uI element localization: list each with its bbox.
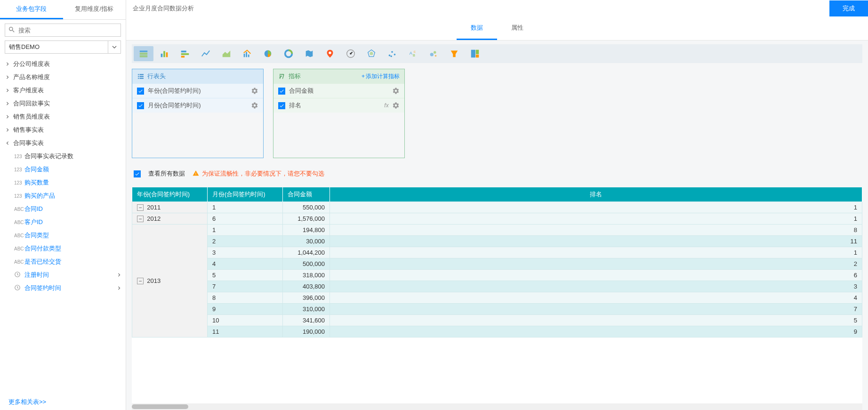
gear-icon[interactable] (392, 102, 400, 109)
geo-point-icon[interactable] (320, 46, 340, 61)
search-input[interactable] (18, 27, 118, 34)
row-header-config: 行表头 年份(合同签约时间)月份(合同签约时间) (132, 69, 264, 158)
row-header-title: 行表头 (147, 72, 166, 80)
bubble-icon[interactable] (424, 46, 443, 61)
field-tree: 分公司维度表产品名称维度客户维度表合同回款事实销售员维度表销售事实表合同事实表1… (0, 57, 126, 394)
tree-field[interactable]: ABC合同ID (0, 202, 126, 216)
month-cell: 5 (208, 270, 283, 281)
table-header[interactable]: 合同金额 (283, 187, 330, 202)
amount-cell: 403,800 (283, 281, 330, 292)
more-tables-link[interactable]: 更多相关表>> (0, 394, 126, 410)
tree-node[interactable]: 分公司维度表 (0, 57, 126, 71)
measure-item[interactable]: 合同金额 (273, 83, 404, 98)
tree-node[interactable]: 合同回款事实 (0, 97, 126, 110)
svg-rect-38 (139, 78, 144, 79)
treemap-icon[interactable] (465, 46, 485, 61)
done-button[interactable]: 完成 (829, 0, 868, 16)
funnel-icon[interactable] (444, 46, 464, 61)
collapse-icon[interactable]: − (137, 204, 144, 211)
measure-item-label: 排名 (289, 101, 381, 110)
donut-chart-icon[interactable] (279, 46, 298, 61)
tree-field[interactable]: 123购买的产品 (0, 189, 126, 202)
collapse-icon[interactable]: − (137, 216, 144, 222)
tree-field[interactable]: ABC合同类型 (0, 229, 126, 242)
tree-node[interactable]: 产品名称维度 (0, 71, 126, 84)
gear-icon[interactable] (251, 87, 258, 95)
measure-icon (278, 72, 286, 80)
tree-field[interactable]: 合同签约时间 (0, 281, 126, 295)
year-cell: − 2011 (132, 202, 208, 213)
table-header[interactable]: 排名 (330, 187, 862, 202)
bar-chart-icon[interactable] (175, 46, 195, 61)
pie-chart-icon[interactable] (258, 46, 278, 61)
gear-icon[interactable] (251, 102, 258, 109)
wordcloud-icon[interactable]: ABC (403, 46, 423, 61)
rank-cell: 3 (330, 281, 862, 292)
svg-rect-34 (139, 74, 144, 75)
amount-cell: 396,000 (283, 292, 330, 304)
tree-field[interactable]: 123合同事实表记录数 (0, 150, 126, 163)
row-header-item[interactable]: 年份(合同签约时间) (132, 83, 263, 98)
plus-icon: + (362, 73, 365, 80)
scatter-icon[interactable] (382, 46, 402, 61)
tree-field[interactable]: ABC是否已经交货 (0, 255, 126, 268)
caret-icon (5, 115, 10, 119)
view-all-checkbox[interactable] (134, 170, 141, 177)
tree-field[interactable]: ABC合同付款类型 (0, 242, 126, 255)
tab-data[interactable]: 数据 (457, 17, 497, 40)
tree-field[interactable]: ABC客户ID (0, 216, 126, 229)
tree-field[interactable]: 注册时间 (0, 268, 126, 281)
tree-field[interactable]: 123合同金额 (0, 163, 126, 176)
svg-point-27 (430, 53, 434, 56)
table-icon[interactable] (134, 46, 153, 61)
table-header[interactable]: 月份(合同签约时间) (208, 187, 283, 202)
tree-node[interactable]: 合同事实表 (0, 137, 126, 150)
tree-node[interactable]: 客户维度表 (0, 84, 126, 97)
search-input-wrap[interactable] (5, 24, 121, 37)
collapse-icon[interactable]: − (137, 278, 144, 284)
area-chart-icon[interactable] (217, 46, 236, 61)
svg-text:B: B (413, 53, 415, 57)
tab-reuse-dimension[interactable]: 复用维度/指标 (63, 0, 126, 19)
warning-icon (193, 170, 199, 178)
radar-icon[interactable] (362, 46, 381, 61)
checkbox[interactable] (278, 88, 285, 95)
combo-chart-icon[interactable] (237, 46, 257, 61)
rank-cell: 11 (330, 236, 862, 247)
tree-field-label: 合同付款类型 (24, 244, 61, 253)
tree-node-label: 客户维度表 (13, 86, 44, 95)
tab-attributes[interactable]: 属性 (497, 17, 538, 40)
measure-item[interactable]: 排名fx (273, 98, 404, 113)
add-calc-measure-link[interactable]: +添加计算指标 (362, 72, 400, 80)
page-title: 企业月度合同数据分析 (126, 4, 829, 13)
checkbox[interactable] (137, 88, 144, 95)
column-chart-icon[interactable] (154, 46, 174, 61)
tree-node[interactable]: 销售员维度表 (0, 110, 126, 123)
tree-node[interactable]: 销售事实表 (0, 123, 126, 137)
line-chart-icon[interactable] (196, 46, 216, 61)
gear-icon[interactable] (392, 87, 400, 95)
fx-icon[interactable]: fx (383, 102, 390, 109)
month-cell: 3 (208, 247, 283, 258)
horizontal-scrollbar[interactable] (132, 403, 862, 410)
row-header-item[interactable]: 月份(合同签约时间) (132, 98, 263, 113)
amount-cell: 500,000 (283, 258, 330, 270)
svg-point-29 (435, 55, 437, 57)
checkbox[interactable] (137, 102, 144, 109)
amount-cell: 550,000 (283, 202, 330, 213)
table-header[interactable]: 年份(合同签约时间) (132, 187, 208, 202)
map-icon[interactable] (299, 46, 319, 61)
tree-field[interactable]: 123购买数量 (0, 176, 126, 189)
tree-field-label: 是否已经交货 (24, 257, 61, 266)
year-cell: − 2012 (132, 213, 208, 225)
rank-cell: 1 (330, 247, 862, 258)
caret-icon (5, 62, 10, 66)
row-header-item-label: 年份(合同签约时间) (148, 87, 249, 95)
tree-field-label: 合同ID (24, 205, 43, 213)
gauge-icon[interactable] (341, 46, 361, 61)
scrollbar-thumb[interactable] (132, 404, 188, 409)
checkbox[interactable] (278, 102, 285, 109)
package-select[interactable]: 销售DEMO (5, 40, 121, 54)
field-type-tag: 123 (14, 154, 24, 159)
tab-business-fields[interactable]: 业务包字段 (0, 0, 63, 19)
